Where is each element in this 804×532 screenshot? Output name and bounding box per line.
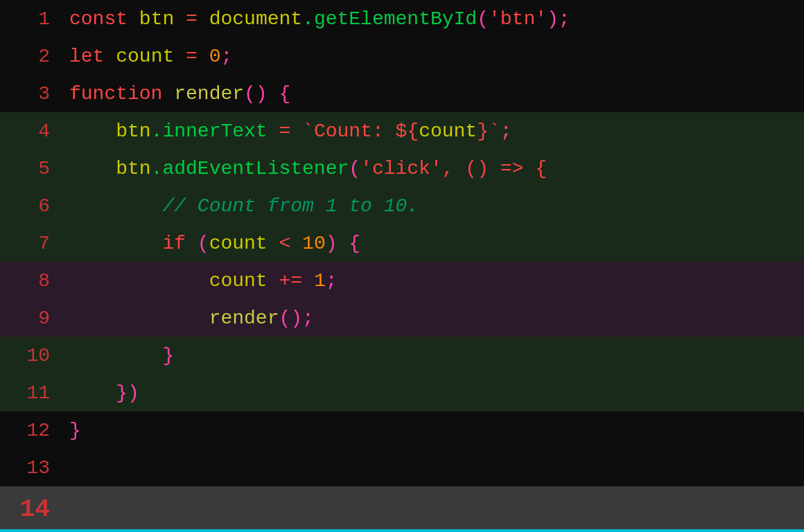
code-line: 14 [0,486,804,532]
line-content [62,449,804,486]
token: . [151,158,163,179]
token: count [116,46,174,67]
token: innerText [162,121,267,142]
token: . [151,121,163,142]
token: += [268,270,314,292]
token: . [302,8,314,30]
token: btn [69,121,151,142]
line-number: 1 [0,0,62,37]
line-content: render(); [62,299,804,337]
line-number: 3 [0,75,62,112]
token: 0 [209,46,221,67]
token: ; [220,46,232,67]
line-number: 13 [0,449,62,486]
code-editor: 1const btn = document.getElementById('bt… [0,0,804,532]
code-line: 12} [0,411,804,449]
code-line: 2let count = 0; [0,37,804,75]
token: ) { [326,233,360,254]
token [69,308,209,329]
code-line: 3function render() { [0,75,804,112]
line-content [62,486,804,532]
line-number: 8 [0,262,62,299]
code-line: 6 // Count from 1 to 10. [0,187,804,224]
line-content: function render() { [62,75,804,112]
line-number: 7 [0,224,62,262]
line-number: 2 [0,37,62,75]
token: } [69,345,174,366]
code-line: 5 btn.addEventListener('click', () => { [0,150,804,187]
token: }` [477,121,500,142]
code-line: 1const btn = document.getElementById('bt… [0,0,804,37]
line-content: btn.addEventListener('click', () => { [62,150,804,187]
line-number: 9 [0,299,62,337]
code-line: 4 btn.innerText = `Count: ${count}`; [0,112,804,150]
token [69,270,209,292]
token: } [69,420,81,441]
token: addEventListener [162,158,349,179]
token: , () => { [442,158,547,179]
token: (); [279,308,313,329]
token: 1 [314,270,326,292]
token: 'btn' [489,8,547,30]
token: }) [69,382,139,404]
token [69,233,162,254]
code-line: 7 if (count < 10) { [0,224,804,262]
token: btn [139,8,174,30]
line-number: 6 [0,187,62,224]
token: () { [244,83,290,105]
line-content: } [62,411,804,449]
line-number: 10 [0,337,62,374]
token: = [268,121,302,142]
token: ( [349,158,360,179]
token: count [209,233,268,254]
token: < [268,233,302,254]
token: count [419,121,477,142]
bottom-accent [0,529,804,532]
token: if [162,233,186,254]
token: = [174,8,209,30]
code-line: 8 count += 1; [0,262,804,299]
line-content: }) [62,374,804,411]
code-line: 13 [0,449,804,486]
token: ( [186,233,209,254]
token: const [69,8,139,30]
code-line: 10 } [0,337,804,374]
token: function [69,83,174,105]
token: ; [326,270,338,292]
token: // Count from 1 to 10. [69,195,419,217]
token: btn [69,158,151,179]
line-number: 14 [0,486,62,532]
line-number: 5 [0,150,62,187]
token: getElementById [314,8,477,30]
token: ( [477,8,489,30]
line-content: if (count < 10) { [62,224,804,262]
line-content: count += 1; [62,262,804,299]
token: = [174,46,209,67]
token: document [209,8,302,30]
line-content: btn.innerText = `Count: ${count}`; [62,112,804,150]
token: `Count: ${ [302,121,419,142]
token: 'click' [360,158,442,179]
token: ; [500,121,512,142]
token: render [174,83,244,105]
code-line: 11 }) [0,374,804,411]
token: count [209,270,268,292]
line-content: // Count from 1 to 10. [62,187,804,224]
token: render [209,308,279,329]
code-line: 9 render(); [0,299,804,337]
token: let [69,46,116,67]
token: 10 [302,233,326,254]
line-number: 4 [0,112,62,150]
line-content: const btn = document.getElementById('btn… [62,0,804,37]
token: ); [547,8,570,30]
line-content: } [62,337,804,374]
line-content: let count = 0; [62,37,804,75]
line-number: 11 [0,374,62,411]
line-number: 12 [0,411,62,449]
